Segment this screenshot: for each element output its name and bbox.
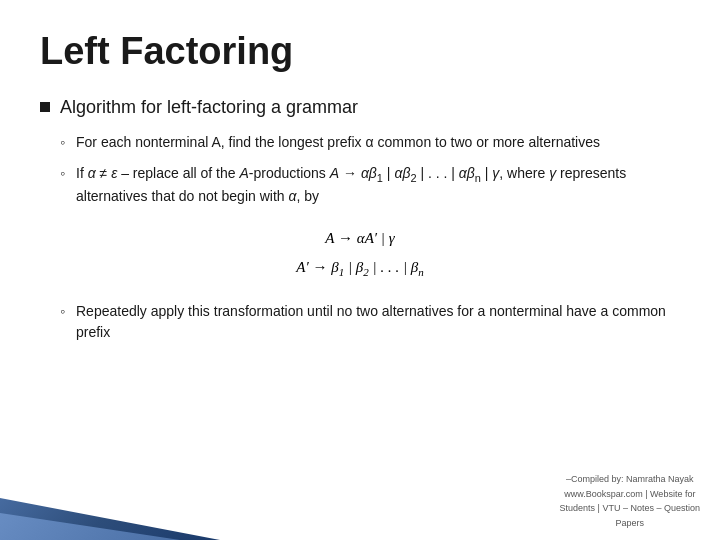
square-icon xyxy=(40,102,50,112)
bullet-item-2: If α ≠ ε – replace all of the A-producti… xyxy=(60,163,680,207)
math-block: A → αA′ | γ A′ → β1 | β2 | . . . | βn xyxy=(40,225,680,283)
math-line-2: A′ → β1 | β2 | . . . | βn xyxy=(40,254,680,283)
math-line-1: A → αA′ | γ xyxy=(40,225,680,252)
slide: Left Factoring Algorithm for left-factor… xyxy=(0,0,720,540)
bullet-list-2: Repeatedly apply this transformation unt… xyxy=(40,301,680,343)
bullet-item-3: Repeatedly apply this transformation unt… xyxy=(60,301,680,343)
bullet-list: For each nonterminal A, find the longest… xyxy=(40,132,680,207)
slide-title: Left Factoring xyxy=(40,30,680,73)
footer-text: –Compiled by: Namratha Nayak www.Bookspa… xyxy=(560,472,700,530)
bullet-item-1: For each nonterminal A, find the longest… xyxy=(60,132,680,153)
algorithm-heading: Algorithm for left-factoring a grammar xyxy=(40,97,680,118)
footer-decoration: –Compiled by: Namratha Nayak www.Bookspa… xyxy=(0,480,720,540)
